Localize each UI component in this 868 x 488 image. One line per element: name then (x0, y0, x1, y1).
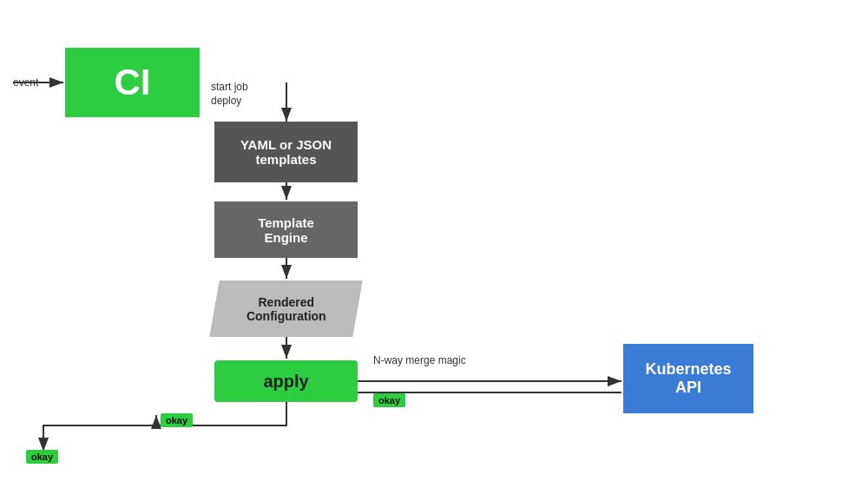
n-way-merge-label: N-way merge magic (373, 354, 466, 366)
start-job-label: start jobdeploy (211, 81, 248, 108)
rendered-config-box: RenderedConfiguration (209, 280, 362, 337)
rendered-config-label: RenderedConfiguration (247, 295, 326, 323)
template-engine-box: TemplateEngine (214, 201, 358, 258)
apply-label: apply (263, 372, 308, 392)
kubernetes-api-box: KubernetesAPI (623, 344, 753, 413)
yaml-box: YAML or JSONtemplates (214, 122, 358, 182)
kubernetes-label: KubernetesAPI (645, 360, 731, 397)
apply-box: apply (214, 360, 358, 402)
okay-badge-1: okay (373, 393, 405, 407)
ci-label: CI (115, 62, 151, 103)
okay-badge-3: okay (26, 450, 58, 464)
template-engine-label: TemplateEngine (258, 215, 314, 245)
okay-badge-2: okay (161, 413, 193, 427)
diagram: CI event start jobdeploy YAML or JSONtem… (0, 0, 868, 488)
yaml-label: YAML or JSONtemplates (240, 137, 332, 167)
event-label: event (13, 76, 38, 89)
ci-box: CI (65, 48, 200, 117)
